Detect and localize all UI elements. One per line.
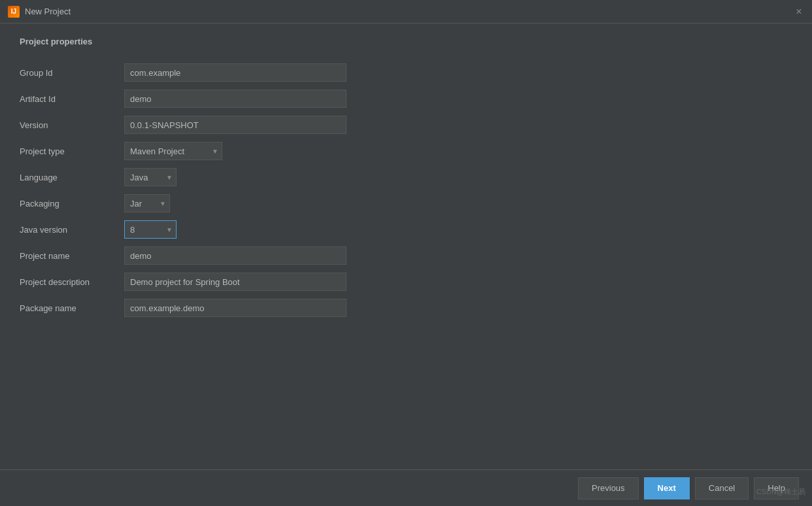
version-input[interactable] — [124, 116, 347, 134]
java-version-wrapper: 8 11 17 21 ▼ — [124, 220, 177, 239]
project-type-control: Maven Project Gradle Project ▼ — [124, 138, 386, 164]
java-version-control: 8 11 17 21 ▼ — [124, 216, 386, 243]
form-grid: Group Id Artifact Id Version Project typ… — [20, 59, 386, 321]
group-id-control — [124, 59, 386, 86]
project-name-label: Project name — [20, 243, 124, 269]
project-type-wrapper: Maven Project Gradle Project ▼ — [124, 142, 222, 160]
artifact-id-label: Artifact Id — [20, 86, 124, 112]
dialog-content: Project properties Group Id Artifact Id … — [0, 24, 812, 469]
project-description-input[interactable] — [124, 273, 347, 291]
dialog-title: New Project — [25, 7, 71, 16]
project-description-label: Project description — [20, 269, 124, 295]
language-label: Language — [20, 164, 124, 190]
title-bar-left: IJ New Project — [8, 6, 71, 18]
artifact-id-control — [124, 86, 386, 112]
group-id-input[interactable] — [124, 63, 347, 82]
title-bar: IJ New Project × — [0, 0, 812, 24]
language-wrapper: Java Kotlin Groovy ▼ — [124, 168, 177, 186]
project-name-input[interactable] — [124, 246, 347, 265]
packaging-label: Packaging — [20, 190, 124, 216]
app-icon: IJ — [8, 6, 20, 18]
cancel-button[interactable]: Cancel — [695, 477, 749, 499]
group-id-label: Group Id — [20, 59, 124, 86]
close-button[interactable]: × — [794, 7, 804, 17]
next-button[interactable]: Next — [644, 477, 690, 499]
project-type-select[interactable]: Maven Project Gradle Project — [124, 142, 222, 160]
version-label: Version — [20, 112, 124, 138]
packaging-control: Jar War ▼ — [124, 190, 386, 216]
dialog-footer: Previous Next Cancel Help — [0, 469, 812, 506]
project-name-control — [124, 243, 386, 269]
project-description-control — [124, 269, 386, 295]
section-title: Project properties — [20, 37, 792, 46]
previous-button[interactable]: Previous — [578, 477, 639, 499]
java-version-select[interactable]: 8 11 17 21 — [124, 220, 177, 239]
language-control: Java Kotlin Groovy ▼ — [124, 164, 386, 190]
package-name-label: Package name — [20, 295, 124, 321]
language-select[interactable]: Java Kotlin Groovy — [124, 168, 177, 186]
artifact-id-input[interactable] — [124, 90, 347, 108]
new-project-dialog: IJ New Project × Project properties Grou… — [0, 0, 812, 506]
packaging-wrapper: Jar War ▼ — [124, 194, 170, 212]
package-name-control — [124, 295, 386, 321]
package-name-input[interactable] — [124, 299, 347, 317]
project-type-label: Project type — [20, 138, 124, 164]
version-control — [124, 112, 386, 138]
java-version-label: Java version — [20, 216, 124, 243]
watermark: CSDN@稀土易 — [756, 487, 805, 497]
packaging-select[interactable]: Jar War — [124, 194, 170, 212]
